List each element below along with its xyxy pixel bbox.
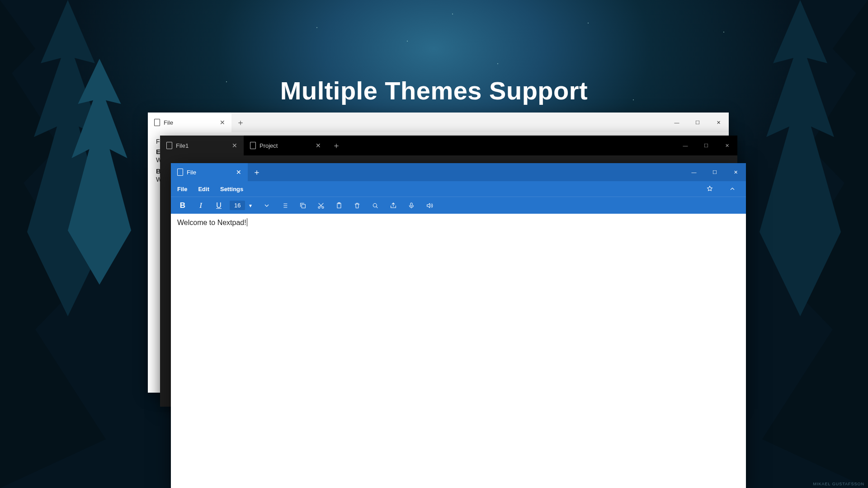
menu-file[interactable]: File	[177, 186, 187, 192]
wallpaper-credit: MIKAEL GUSTAFSSON	[813, 482, 864, 486]
close-window-button[interactable]: ✕	[708, 113, 729, 132]
window-controls-blue: — ☐ ✕	[684, 163, 746, 181]
tab-label: File	[187, 169, 196, 176]
maximize-button[interactable]: ☐	[687, 113, 708, 132]
tab-label: File1	[176, 142, 189, 149]
document-icon	[166, 142, 172, 149]
svg-point-10	[373, 203, 377, 207]
mic-button[interactable]	[404, 199, 419, 212]
titlebar-dark[interactable]: File1 ✕ Project ✕ ＋ — ☐ ✕	[160, 136, 737, 155]
page-title: Multiple Themes Support	[0, 76, 868, 105]
titlebar-blue[interactable]: File ✕ ＋ — ☐ ✕	[171, 163, 746, 181]
document-icon	[177, 169, 183, 176]
chevron-down-icon[interactable]: ▾	[245, 202, 256, 209]
tab-file-blue[interactable]: File ✕	[171, 163, 248, 181]
underline-button[interactable]: U	[212, 199, 226, 212]
formatting-toolbar: B I U 16 ▾	[171, 197, 746, 214]
collapse-icon[interactable]	[725, 182, 740, 196]
search-button[interactable]	[368, 199, 382, 212]
menu-settings[interactable]: Settings	[220, 186, 243, 192]
speaker-button[interactable]	[422, 199, 437, 212]
close-window-button[interactable]: ✕	[717, 136, 737, 155]
close-tab-icon[interactable]: ✕	[232, 142, 237, 149]
tab-project-dark[interactable]: Project ✕	[244, 136, 327, 155]
new-tab-button[interactable]: ＋	[327, 136, 345, 155]
editor-text: Welcome to Nextpad!	[177, 219, 247, 226]
tab-file-light[interactable]: File ✕	[148, 113, 231, 132]
delete-button[interactable]	[350, 199, 364, 212]
window-controls-light: — ☐ ✕	[666, 113, 729, 132]
close-tab-icon[interactable]: ✕	[236, 169, 241, 176]
svg-point-6	[318, 206, 320, 208]
list-button[interactable]	[278, 199, 292, 212]
close-tab-icon[interactable]: ✕	[220, 119, 225, 126]
svg-point-7	[322, 206, 324, 208]
menu-bar: File Edit Settings	[171, 181, 746, 197]
minimize-button[interactable]: —	[666, 113, 687, 132]
chevron-down-button[interactable]	[259, 199, 274, 212]
cut-button[interactable]	[314, 199, 328, 212]
copy-button[interactable]	[296, 199, 310, 212]
titlebar-light[interactable]: File ✕ ＋ — ☐ ✕	[148, 113, 729, 132]
svg-rect-11	[410, 203, 412, 206]
close-tab-icon[interactable]: ✕	[316, 142, 321, 149]
editor-body-blue[interactable]: Welcome to Nextpad!	[171, 214, 746, 488]
svg-rect-5	[302, 204, 306, 208]
tree-right-mid	[760, 0, 841, 316]
italic-button[interactable]: I	[193, 199, 208, 212]
favorite-icon[interactable]	[703, 182, 717, 196]
share-button[interactable]	[386, 199, 401, 212]
tab-label: Project	[259, 142, 278, 149]
new-tab-button[interactable]: ＋	[231, 113, 250, 132]
new-tab-button[interactable]: ＋	[248, 163, 266, 181]
bold-button[interactable]: B	[175, 199, 190, 212]
maximize-button[interactable]: ☐	[696, 136, 717, 155]
menu-edit[interactable]: Edit	[198, 186, 209, 192]
close-window-button[interactable]: ✕	[725, 163, 746, 181]
font-size-value[interactable]: 16	[230, 201, 245, 210]
tab-file1-dark[interactable]: File1 ✕	[160, 136, 244, 155]
svg-marker-3	[760, 0, 841, 316]
document-icon	[154, 119, 160, 126]
maximize-button[interactable]: ☐	[704, 163, 725, 181]
window-controls-dark: — ☐ ✕	[675, 136, 737, 155]
document-icon	[250, 142, 256, 149]
window-blue: File ✕ ＋ — ☐ ✕ File Edit Settings B I U …	[171, 163, 746, 488]
paste-button[interactable]	[332, 199, 346, 212]
minimize-button[interactable]: —	[675, 136, 696, 155]
font-size-control[interactable]: 16 ▾	[230, 201, 256, 210]
tab-label: File	[164, 119, 173, 126]
minimize-button[interactable]: —	[684, 163, 704, 181]
